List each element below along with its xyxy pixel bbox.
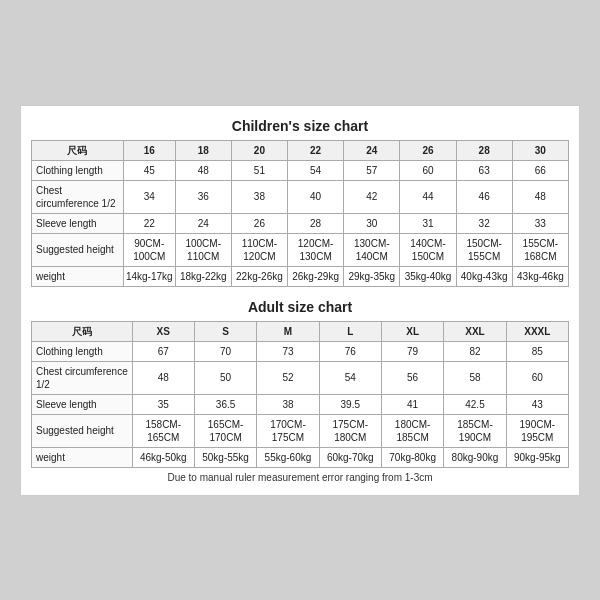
table-cell: 50	[194, 361, 256, 394]
table-cell: 185CM-190CM	[444, 414, 506, 447]
table-cell: 46kg-50kg	[132, 447, 194, 467]
table-cell: 79	[381, 341, 443, 361]
row-label: weight	[32, 266, 124, 286]
table-cell: 130CM-140CM	[344, 233, 400, 266]
table-cell: 35kg-40kg	[400, 266, 456, 286]
table-cell: 52	[257, 361, 319, 394]
table-cell: 18kg-22kg	[175, 266, 231, 286]
table-cell: 43	[506, 394, 568, 414]
column-header: XL	[381, 321, 443, 341]
table-cell: 31	[400, 213, 456, 233]
table-cell: 26kg-29kg	[288, 266, 344, 286]
table-cell: 46	[456, 180, 512, 213]
column-header: 18	[175, 140, 231, 160]
adult-table: 尺码XSSMLXLXXLXXXL Clothing length67707376…	[31, 321, 569, 468]
column-header: L	[319, 321, 381, 341]
column-header: 26	[400, 140, 456, 160]
table-cell: 54	[288, 160, 344, 180]
table-cell: 82	[444, 341, 506, 361]
table-cell: 42	[344, 180, 400, 213]
table-cell: 140CM-150CM	[400, 233, 456, 266]
column-header: 20	[231, 140, 287, 160]
table-cell: 48	[132, 361, 194, 394]
children-table: 尺码1618202224262830 Clothing length454851…	[31, 140, 569, 287]
column-header: XXL	[444, 321, 506, 341]
table-cell: 39.5	[319, 394, 381, 414]
row-label: Suggested height	[32, 414, 133, 447]
table-cell: 155CM-168CM	[512, 233, 568, 266]
table-cell: 24	[175, 213, 231, 233]
table-cell: 180CM-185CM	[381, 414, 443, 447]
table-cell: 58	[444, 361, 506, 394]
table-cell: 73	[257, 341, 319, 361]
table-cell: 43kg-46kg	[512, 266, 568, 286]
table-cell: 44	[400, 180, 456, 213]
table-row: Clothing length4548515457606366	[32, 160, 569, 180]
table-cell: 14kg-17kg	[123, 266, 175, 286]
table-cell: 38	[257, 394, 319, 414]
table-cell: 56	[381, 361, 443, 394]
table-cell: 85	[506, 341, 568, 361]
table-cell: 63	[456, 160, 512, 180]
table-cell: 36	[175, 180, 231, 213]
table-cell: 150CM-155CM	[456, 233, 512, 266]
table-cell: 38	[231, 180, 287, 213]
column-header: XS	[132, 321, 194, 341]
table-cell: 22kg-26kg	[231, 266, 287, 286]
column-header: M	[257, 321, 319, 341]
column-header: 尺码	[32, 140, 124, 160]
column-header: 30	[512, 140, 568, 160]
table-cell: 90kg-95kg	[506, 447, 568, 467]
table-cell: 48	[175, 160, 231, 180]
table-cell: 80kg-90kg	[444, 447, 506, 467]
table-cell: 55kg-60kg	[257, 447, 319, 467]
size-chart-card: Children's size chart 尺码1618202224262830…	[20, 105, 580, 496]
table-cell: 35	[132, 394, 194, 414]
row-label: Clothing length	[32, 160, 124, 180]
table-row: Sleeve length3536.53839.54142.543	[32, 394, 569, 414]
table-cell: 57	[344, 160, 400, 180]
column-header: 28	[456, 140, 512, 160]
table-row: weight14kg-17kg18kg-22kg22kg-26kg26kg-29…	[32, 266, 569, 286]
column-header: 22	[288, 140, 344, 160]
column-header: S	[194, 321, 256, 341]
row-label: weight	[32, 447, 133, 467]
table-cell: 51	[231, 160, 287, 180]
table-cell: 32	[456, 213, 512, 233]
table-row: Chest circumference 1/248505254565860	[32, 361, 569, 394]
table-cell: 165CM-170CM	[194, 414, 256, 447]
table-cell: 76	[319, 341, 381, 361]
table-cell: 67	[132, 341, 194, 361]
table-cell: 54	[319, 361, 381, 394]
table-cell: 48	[512, 180, 568, 213]
row-label: Sleeve length	[32, 394, 133, 414]
table-cell: 50kg-55kg	[194, 447, 256, 467]
table-row: weight46kg-50kg50kg-55kg55kg-60kg60kg-70…	[32, 447, 569, 467]
note-text: Due to manual ruler measurement error ra…	[31, 472, 569, 483]
table-cell: 60	[506, 361, 568, 394]
table-cell: 120CM-130CM	[288, 233, 344, 266]
row-label: Sleeve length	[32, 213, 124, 233]
table-cell: 175CM-180CM	[319, 414, 381, 447]
table-cell: 100CM-110CM	[175, 233, 231, 266]
table-cell: 28	[288, 213, 344, 233]
table-cell: 42.5	[444, 394, 506, 414]
table-cell: 190CM-195CM	[506, 414, 568, 447]
table-cell: 90CM-100CM	[123, 233, 175, 266]
table-cell: 158CM-165CM	[132, 414, 194, 447]
table-cell: 30	[344, 213, 400, 233]
column-header: XXXL	[506, 321, 568, 341]
adult-chart-title: Adult size chart	[31, 299, 569, 315]
table-cell: 34	[123, 180, 175, 213]
table-cell: 70	[194, 341, 256, 361]
children-chart-title: Children's size chart	[31, 118, 569, 134]
table-row: Suggested height90CM-100CM100CM-110CM110…	[32, 233, 569, 266]
table-row: Clothing length67707376798285	[32, 341, 569, 361]
table-cell: 36.5	[194, 394, 256, 414]
table-cell: 66	[512, 160, 568, 180]
table-cell: 170CM-175CM	[257, 414, 319, 447]
table-row: Sleeve length2224262830313233	[32, 213, 569, 233]
table-cell: 33	[512, 213, 568, 233]
row-label: Chest circumference 1/2	[32, 180, 124, 213]
row-label: Suggested height	[32, 233, 124, 266]
